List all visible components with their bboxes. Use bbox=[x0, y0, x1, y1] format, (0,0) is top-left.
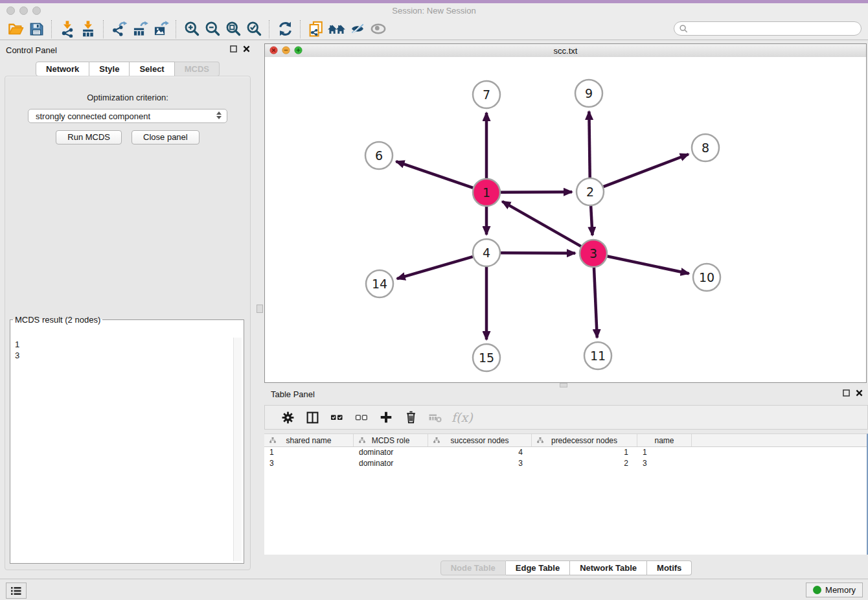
tab-style[interactable]: Style bbox=[89, 62, 130, 76]
table-panel-title: Table Panel bbox=[271, 389, 315, 399]
table-toolbar: f(x) bbox=[264, 405, 868, 430]
graph-edge-2-8[interactable] bbox=[604, 154, 689, 187]
table-panel: Table Panel bbox=[264, 387, 868, 560]
vertical-splitter-grip[interactable] bbox=[257, 305, 263, 313]
float-table-panel-icon[interactable] bbox=[843, 389, 850, 397]
control-panel-tabs: NetworkStyleSelectMCDS bbox=[0, 62, 255, 76]
select-all-checkboxes-icon[interactable] bbox=[325, 408, 349, 427]
save-session-icon[interactable] bbox=[26, 19, 47, 39]
hide-graphics-icon[interactable] bbox=[347, 19, 368, 39]
zoom-selected-icon[interactable] bbox=[244, 19, 264, 39]
tab-edge-table[interactable]: Edge Table bbox=[506, 560, 570, 575]
table-cell: 4 bbox=[428, 447, 532, 458]
show-eye-icon bbox=[368, 19, 389, 39]
table-cell: 3 bbox=[264, 458, 354, 469]
graph-edge-1-6[interactable] bbox=[396, 161, 473, 188]
graph-edge-3-11[interactable] bbox=[594, 268, 597, 338]
table-cell: 1 bbox=[532, 447, 637, 458]
graph-edge-4-3[interactable] bbox=[501, 253, 575, 253]
float-panel-icon[interactable] bbox=[230, 45, 237, 52]
zoom-in-icon[interactable] bbox=[181, 19, 202, 39]
application-window: Session: New Session bbox=[0, 0, 868, 600]
column-header-MCDS-role[interactable]: MCDS role bbox=[354, 434, 428, 446]
optimization-criterion-label: Optimization criterion: bbox=[5, 93, 250, 102]
toolbar-separator bbox=[176, 20, 177, 38]
graph-edge-2-3[interactable] bbox=[591, 206, 592, 235]
import-network-icon[interactable] bbox=[57, 19, 78, 39]
memory-button[interactable]: Memory bbox=[806, 583, 863, 597]
tab-mcds[interactable]: MCDS bbox=[175, 62, 220, 76]
table-panel-header: Table Panel bbox=[264, 387, 868, 404]
column-header-predecessor-nodes[interactable]: predecessor nodes bbox=[532, 434, 637, 446]
column-header-name[interactable]: name bbox=[637, 434, 692, 446]
graph-edge-4-14[interactable] bbox=[397, 257, 473, 279]
criterion-select[interactable]: strongly connected component bbox=[28, 109, 227, 123]
control-panel-title: Control Panel bbox=[6, 45, 57, 55]
graph-node-label: 9 bbox=[585, 86, 593, 100]
table-cell: dominator bbox=[354, 458, 428, 469]
mcds-result-box: MCDS result (2 nodes) 1 3 bbox=[10, 315, 244, 564]
table-cell: 3 bbox=[428, 458, 532, 469]
import-table-icon[interactable] bbox=[78, 19, 98, 39]
delete-column-icon[interactable] bbox=[398, 408, 423, 427]
network-file-title: scc.txt bbox=[265, 46, 866, 56]
sort-tree-icon[interactable] bbox=[358, 437, 366, 444]
graph-edge-3-1[interactable] bbox=[502, 202, 581, 246]
sort-tree-icon[interactable] bbox=[433, 437, 440, 444]
export-image-icon[interactable] bbox=[150, 19, 171, 39]
graph-node-label: 6 bbox=[375, 148, 383, 163]
split-columns-icon[interactable] bbox=[300, 408, 325, 427]
graph-node-label: 1 bbox=[483, 185, 490, 200]
export-network-icon[interactable] bbox=[109, 19, 130, 39]
close-panel-button[interactable]: Close panel bbox=[131, 130, 200, 144]
column-header-successor-nodes[interactable]: successor nodes bbox=[428, 434, 532, 446]
zoom-fit-icon[interactable] bbox=[223, 19, 244, 39]
main-toolbar bbox=[0, 18, 868, 40]
graph-edge-3-10[interactable] bbox=[608, 257, 689, 274]
task-history-button[interactable] bbox=[6, 583, 27, 599]
select-chevrons-icon bbox=[216, 111, 222, 119]
close-panel-icon[interactable] bbox=[243, 45, 250, 52]
tab-network-table[interactable]: Network Table bbox=[570, 560, 647, 575]
graph-edge-1-2[interactable] bbox=[501, 192, 572, 192]
search-input[interactable] bbox=[689, 23, 861, 34]
status-bar: Memory bbox=[0, 579, 868, 600]
tab-node-table[interactable]: Node Table bbox=[440, 560, 506, 575]
mcds-panel: Optimization criterion: strongly connect… bbox=[5, 76, 251, 570]
add-column-icon[interactable] bbox=[374, 408, 398, 427]
tab-motifs[interactable]: Motifs bbox=[647, 560, 692, 575]
tab-network[interactable]: Network bbox=[36, 62, 89, 76]
open-file-icon[interactable] bbox=[5, 19, 26, 39]
graph-node-label: 11 bbox=[590, 349, 606, 363]
result-scrollbar[interactable] bbox=[233, 338, 242, 561]
table-row[interactable]: 3dominator323 bbox=[264, 458, 867, 469]
column-header-shared-name[interactable]: shared name bbox=[264, 434, 354, 446]
network-view-window: scc.txt 7968124314101511 bbox=[264, 43, 867, 383]
refresh-layout-icon[interactable] bbox=[275, 19, 295, 39]
graph-node-label: 7 bbox=[483, 87, 490, 102]
deselect-checkboxes-icon[interactable] bbox=[349, 408, 374, 427]
network-canvas[interactable]: 7968124314101511 bbox=[265, 57, 866, 382]
sort-tree-icon[interactable] bbox=[269, 437, 277, 444]
gear-icon[interactable] bbox=[275, 408, 300, 427]
search-field[interactable] bbox=[674, 21, 862, 36]
zoom-out-icon[interactable] bbox=[202, 19, 223, 39]
table-row[interactable]: 1dominator411 bbox=[264, 447, 867, 458]
graph-node-label: 3 bbox=[589, 246, 597, 260]
export-table-icon[interactable] bbox=[130, 19, 150, 39]
graph-node-label: 14 bbox=[372, 277, 387, 291]
clone-network-icon[interactable] bbox=[306, 19, 326, 39]
table-cell: 3 bbox=[637, 458, 692, 469]
close-table-panel-icon[interactable] bbox=[856, 389, 863, 397]
toolbar-separator bbox=[51, 20, 52, 38]
mcds-result-title: MCDS result (2 nodes) bbox=[13, 315, 102, 325]
sort-tree-icon[interactable] bbox=[536, 437, 544, 444]
tab-select[interactable]: Select bbox=[130, 62, 174, 76]
mcds-result-text[interactable]: 1 3 bbox=[12, 338, 234, 561]
table-cell: 1 bbox=[637, 447, 692, 458]
nested-networks-icon[interactable] bbox=[326, 19, 347, 39]
graph-edge-2-9[interactable] bbox=[589, 111, 589, 178]
run-mcds-button[interactable]: Run MCDS bbox=[56, 130, 122, 144]
session-title: Session: New Session bbox=[0, 6, 868, 16]
network-window-titlebar[interactable]: scc.txt bbox=[265, 44, 866, 58]
